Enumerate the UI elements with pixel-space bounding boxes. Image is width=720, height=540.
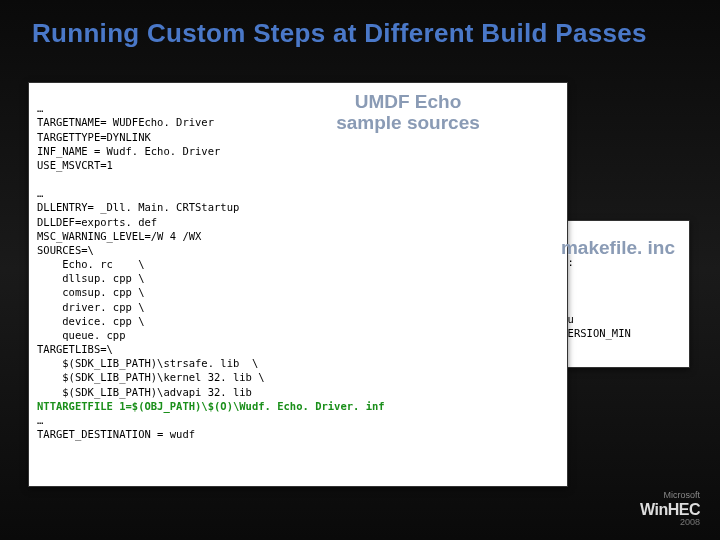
footer-brand-small: Microsoft: [640, 491, 700, 501]
footer-brand-main: WinHEC: [640, 501, 700, 519]
slide-title: Running Custom Steps at Different Build …: [0, 0, 720, 49]
sources-code: … TARGETNAME= WUDFEcho. Driver TARGETTYP…: [37, 87, 559, 441]
code-block-3: … TARGET_DESTINATION = wudf: [37, 414, 195, 440]
code-block-2: … DLLENTRY= _Dll. Main. CRTStartup DLLDE…: [37, 187, 265, 397]
code-block-1: … TARGETNAME= WUDFEcho. Driver TARGETTYP…: [37, 102, 220, 171]
code-highlight-line: NTTARGETFILE 1=$(OBJ_PATH)\$(O)\Wudf. Ec…: [37, 400, 385, 412]
sources-panel: … TARGETNAME= WUDFEcho. Driver TARGETTYP…: [28, 82, 568, 487]
footer-logo: Microsoft WinHEC 2008: [640, 491, 700, 528]
footer-year: 2008: [640, 518, 700, 528]
